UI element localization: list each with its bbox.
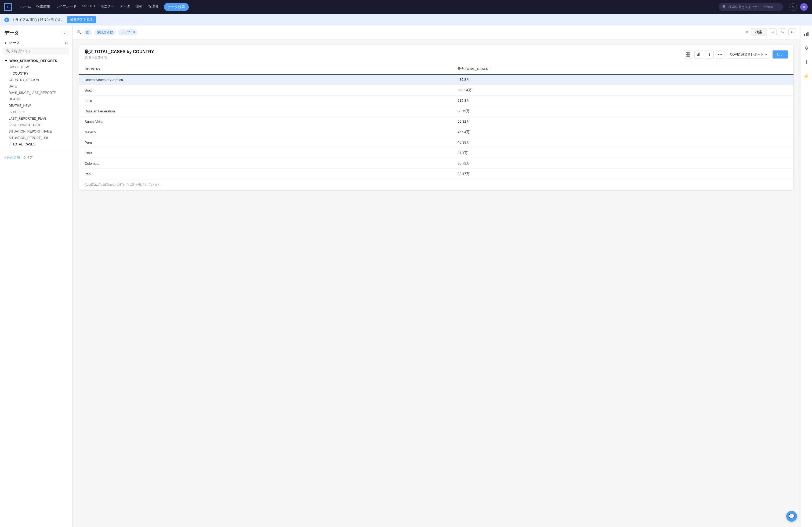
search-tag-top10[interactable]: トップ 10 — [118, 29, 137, 35]
content-area: 🔍 国 累計患者数 トップ 10 ✕ 検索 ↩ ↪ ↻ 最大 TOTAL_CAS… — [73, 26, 800, 527]
source-section[interactable]: ▼ ソース ⚙ — [0, 40, 72, 47]
column-last-reported-flag[interactable]: LAST_REPORTED_FLAG — [0, 115, 72, 122]
column-country-region[interactable]: COUNTRY_REGION — [0, 77, 72, 83]
table-row: South Africa 55.32万 — [79, 117, 794, 127]
nav-icons: ? A — [789, 3, 808, 11]
table-view-button[interactable] — [684, 50, 692, 59]
table-footer: {totalDataPointCount} の行から 10 を表示しています — [79, 179, 794, 190]
chat-bubble[interactable]: 💬 — [786, 511, 797, 522]
nav-home[interactable]: ホーム — [20, 3, 31, 11]
column-situation-report-url[interactable]: SITUATION_REPORT_URL — [0, 135, 72, 141]
search-clear-button[interactable]: ✕ — [745, 30, 749, 34]
forward-button[interactable]: ↪ — [779, 28, 786, 36]
svg-rect-5 — [698, 54, 699, 56]
column-search-input[interactable] — [12, 49, 66, 53]
pin-button[interactable]: ピン — [772, 50, 788, 59]
refresh-button[interactable]: ↻ — [788, 28, 796, 36]
column-group: ▼ WHO_SITUATION_REPORTS CASES_NEW ✓ COUN… — [0, 58, 72, 150]
column-label: DAYS_SINCE_LAST_REPORTE — [9, 91, 56, 95]
column-last-update-date[interactable]: LAST_UPDATE_DATE — [0, 122, 72, 128]
column-deaths[interactable]: DEATHS — [0, 96, 72, 103]
result-actions: ⬆ ••• COVID 感染者レポート ▾ ピン — [684, 50, 788, 59]
liveboard-dropdown[interactable]: COVID 感染者レポート ▾ — [727, 51, 770, 59]
nav-spotiq[interactable]: SPOTIQ — [82, 3, 95, 11]
table-row: United States of America 489.8万 — [79, 74, 794, 85]
sidebar-footer: + 列の追加 クリア — [0, 152, 72, 163]
column-label: DATE — [9, 85, 17, 88]
table-row: India 215.3万 — [79, 95, 794, 106]
search-icon: 🔍 — [77, 30, 81, 34]
nav-admin[interactable]: 管理者 — [148, 3, 158, 11]
column-total-cases[interactable]: ✓ TOTAL_CASES — [0, 141, 72, 148]
column-country[interactable]: ✓ COUNTRY — [0, 70, 72, 77]
chart-view-button[interactable] — [694, 50, 703, 59]
search-tag-total[interactable]: 累計患者数 — [94, 29, 116, 35]
nav-develop[interactable]: 開発 — [135, 3, 143, 11]
result-subtitle[interactable]: 説明を追加する — [85, 55, 154, 60]
country-cell: United States of America — [79, 74, 452, 85]
result-panel: 最大 TOTAL_CASES by COUNTRY 説明を追加する ⬆ — [73, 39, 800, 527]
column-situation-report-name[interactable]: SITUATION_REPORT_NAME — [0, 128, 72, 135]
col-header-country[interactable]: COUNTRY — [79, 64, 452, 74]
clear-button[interactable]: クリア — [23, 155, 33, 160]
table-row: Peru 46.39万 — [79, 137, 794, 148]
column-label: ISO3166_1 — [9, 110, 25, 114]
pricing-button[interactable]: 価格設定を見る — [67, 16, 96, 23]
search-button[interactable]: 検索 — [751, 28, 767, 36]
global-search[interactable]: 🔍 検索結果とライブボードの検索 — [719, 3, 783, 11]
column-search[interactable]: 🔍 — [3, 47, 69, 55]
group-label: WHO_SITUATION_REPORTS — [10, 59, 57, 63]
nav-data-search[interactable]: データ検索 — [164, 3, 189, 11]
share-icon: ⬆ — [708, 52, 711, 57]
info-icon[interactable]: ℹ — [802, 58, 811, 66]
column-label: COUNTRY — [13, 72, 28, 75]
value-cell: 36.72万 — [452, 158, 794, 169]
column-date[interactable]: DATE — [0, 83, 72, 90]
table-row: Brazil 296.24万 — [79, 85, 794, 95]
logo[interactable]: T. — [4, 3, 12, 11]
chevron-down-icon: ▼ — [4, 42, 7, 45]
value-cell: 37.1万 — [452, 148, 794, 158]
search-tag-country[interactable]: 国 — [84, 29, 92, 35]
column-label: SITUATION_REPORT_URL — [9, 136, 49, 140]
right-sidebar: ⚙ ℹ ⚡ — [800, 26, 812, 527]
nav-monitor[interactable]: モニター — [100, 3, 114, 11]
gear-icon[interactable]: ⚙ — [64, 41, 68, 45]
more-icon: ••• — [718, 52, 722, 57]
settings-icon[interactable]: ⚙ — [802, 44, 811, 52]
col-header-total-cases[interactable]: 最大 TOTAL_CASES ↓ — [452, 64, 794, 74]
who-reports-group[interactable]: ▼ WHO_SITUATION_REPORTS — [0, 58, 72, 64]
add-column-button[interactable]: + 列の追加 — [4, 155, 20, 160]
column-label: TOTAL_CASES — [13, 142, 35, 146]
nav-liveboard[interactable]: ライブボード — [56, 3, 76, 11]
help-button[interactable]: ? — [789, 3, 797, 11]
country-cell: South Africa — [79, 117, 452, 127]
column-deaths-new[interactable]: DEATHS_NEW — [0, 103, 72, 109]
result-card: 最大 TOTAL_CASES by COUNTRY 説明を追加する ⬆ — [79, 45, 794, 191]
value-cell: 489.8万 — [452, 74, 794, 85]
column-iso[interactable]: ISO3166_1 — [0, 109, 72, 115]
nav-search-results[interactable]: 検索結果 — [36, 3, 50, 11]
col-total-label: 最大 TOTAL_CASES — [458, 67, 488, 71]
table-row: Chile 37.1万 — [79, 148, 794, 158]
share-button[interactable]: ⬆ — [705, 50, 714, 59]
sidebar-collapse-button[interactable]: ‹ — [61, 30, 68, 36]
value-cell: 215.3万 — [452, 95, 794, 106]
column-days-since[interactable]: DAYS_SINCE_LAST_REPORTE — [0, 90, 72, 96]
column-label: SITUATION_REPORT_NAME — [9, 130, 52, 133]
avatar[interactable]: A — [800, 3, 808, 11]
chart-icon[interactable] — [802, 30, 811, 39]
back-button[interactable]: ↩ — [769, 28, 777, 36]
lightning-icon[interactable]: ⚡ — [802, 72, 811, 80]
svg-rect-2 — [686, 55, 688, 56]
column-cases-new[interactable]: CASES_NEW — [0, 64, 72, 70]
chevron-down-icon: ▼ — [4, 59, 8, 63]
more-button[interactable]: ••• — [716, 50, 724, 59]
sort-desc-icon[interactable]: ↓ — [490, 67, 492, 71]
nav-data[interactable]: データ — [120, 3, 130, 11]
svg-rect-9 — [808, 32, 809, 36]
result-title: 最大 TOTAL_CASES by COUNTRY — [85, 49, 154, 55]
info-icon: i — [4, 17, 9, 22]
column-label: LAST_REPORTED_FLAG — [9, 117, 46, 120]
sidebar-header: データ ‹ — [0, 30, 72, 40]
